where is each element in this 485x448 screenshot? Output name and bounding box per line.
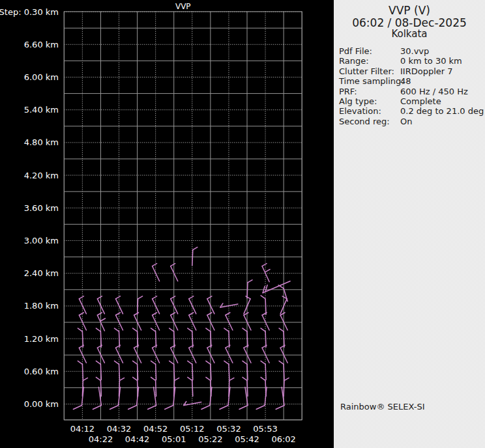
wind-barb-segment xyxy=(207,348,214,363)
wind-barb xyxy=(79,296,86,314)
wind-barb-segment xyxy=(276,406,284,410)
info-row-time-sampling: Time sampling: 48 xyxy=(339,76,485,86)
wind-barb-segment xyxy=(247,283,248,298)
info-label: Time sampling: xyxy=(339,76,400,86)
x-axis-label: 05:42 xyxy=(235,434,259,444)
wind-barb-segment xyxy=(262,315,269,330)
wind-barb xyxy=(148,387,156,410)
wind-barb-segment xyxy=(100,364,101,380)
info-value: On xyxy=(400,117,485,126)
wind-barb-segment xyxy=(138,364,138,380)
wind-barb-segment xyxy=(229,378,234,380)
info-label: Second reg: xyxy=(339,117,400,126)
wind-barb-segment xyxy=(211,364,211,380)
wind-barb-segment xyxy=(169,328,174,331)
wind-barb-segment xyxy=(261,296,265,299)
wind-barb xyxy=(263,281,290,293)
y-axis-label: 4.20 km xyxy=(24,171,59,180)
wind-barb-segment xyxy=(192,331,193,347)
panel-site: Kolkata xyxy=(334,29,485,40)
wind-barb-segment xyxy=(96,377,100,380)
wind-barb xyxy=(97,313,105,331)
wind-barb xyxy=(192,247,198,266)
wind-barb xyxy=(262,313,269,330)
y-axis-label: 6.00 km xyxy=(24,72,59,82)
wind-barb-segment xyxy=(134,313,139,315)
chart-title: VVP xyxy=(175,2,191,11)
wind-barb-segment xyxy=(279,361,284,364)
wind-barb-segment xyxy=(134,348,141,363)
wind-barb-segment xyxy=(189,313,194,315)
wind-barb-segment xyxy=(82,331,83,347)
wind-barb-segment xyxy=(262,348,269,363)
wind-barb-segment xyxy=(115,328,119,331)
wind-barb-segment xyxy=(96,328,100,331)
wind-barb xyxy=(73,387,83,410)
wind-barb-segment xyxy=(169,361,174,364)
wind-barb xyxy=(79,313,86,330)
x-axis-label: 04:32 xyxy=(107,424,131,434)
wind-barb-segment xyxy=(73,406,81,410)
wind-barb-segment xyxy=(261,361,265,364)
plot-border xyxy=(64,12,302,420)
wind-barb-segment xyxy=(192,250,193,266)
wind-barb-segment xyxy=(138,299,138,315)
y-axis-label: 1.20 km xyxy=(24,334,59,344)
wind-barb-segment xyxy=(192,380,193,396)
wind-barb-segment xyxy=(265,299,266,315)
wind-barb-segment xyxy=(78,328,82,331)
wind-barb-segment xyxy=(211,331,211,347)
info-value: IIRDoppler 7 xyxy=(400,66,485,76)
wind-barb xyxy=(189,345,196,363)
wind-barb-segment xyxy=(116,315,123,330)
wind-barb-segment xyxy=(226,315,233,330)
wind-barb-segment xyxy=(284,364,284,380)
y-axis-label: 2.40 km xyxy=(24,268,59,278)
wind-barb-segment xyxy=(115,361,119,364)
wind-barb-segment xyxy=(97,296,102,299)
wind-barb xyxy=(207,345,214,363)
wind-barb xyxy=(79,345,86,363)
wind-barb-segment xyxy=(224,328,229,331)
y-axis-label: 6.60 km xyxy=(24,40,59,49)
wind-barb-segment xyxy=(192,364,193,380)
wind-barb-segment xyxy=(100,318,105,321)
x-axis-label: 05:12 xyxy=(180,424,204,434)
wind-barb-segment xyxy=(206,361,211,364)
wind-barb-segment xyxy=(116,313,121,315)
wind-barb-segment xyxy=(189,315,196,330)
wind-barb-segment xyxy=(261,377,265,380)
wind-barb-segment xyxy=(79,299,86,314)
wind-barb-segment xyxy=(189,296,194,299)
info-value: 0.2 deg to 21.0 deg xyxy=(400,106,485,116)
wind-barb-segment xyxy=(224,361,229,364)
info-row-second-reg: Second reg: On xyxy=(339,117,485,126)
wind-barb-segment xyxy=(83,378,87,380)
info-value: 48 xyxy=(400,76,485,86)
x-axis-label: 04:12 xyxy=(70,424,95,434)
wind-barb-segment xyxy=(284,378,289,380)
wind-barb-segment xyxy=(188,377,192,380)
wind-barb-segment xyxy=(153,296,157,299)
vvp-wind-profile-chart: VVPStep: 0.30 km6.60 km6.00 km5.40 km4.8… xyxy=(0,0,334,448)
wind-barb-segment xyxy=(206,377,211,380)
wind-barb-segment xyxy=(242,361,247,364)
wind-barb-segment xyxy=(153,315,160,330)
wind-barb-segment xyxy=(207,296,212,299)
info-row-clutter-filter: Clutter Filter: IIRDoppler 7 xyxy=(339,66,485,76)
wind-barb xyxy=(134,345,141,363)
info-label: PRF: xyxy=(339,87,400,96)
x-axis-label: 05:53 xyxy=(253,424,277,434)
wind-barb-segment xyxy=(138,331,138,347)
y-axis-label: 0.60 km xyxy=(24,367,59,376)
info-value: 30.vvp xyxy=(400,46,485,56)
wind-barb-segment xyxy=(133,328,138,331)
wind-barb xyxy=(153,313,160,330)
info-value: Complete xyxy=(400,96,485,106)
wind-barb-segment xyxy=(156,380,156,396)
wind-barb-segment xyxy=(171,296,175,299)
wind-barb-segment xyxy=(247,364,248,380)
info-panel: VVP (V) 06:02 / 08-Dec-2025 Kolkata Pdf … xyxy=(334,0,485,448)
wind-barb-segment xyxy=(128,406,137,410)
wind-barb-segment xyxy=(226,313,230,315)
